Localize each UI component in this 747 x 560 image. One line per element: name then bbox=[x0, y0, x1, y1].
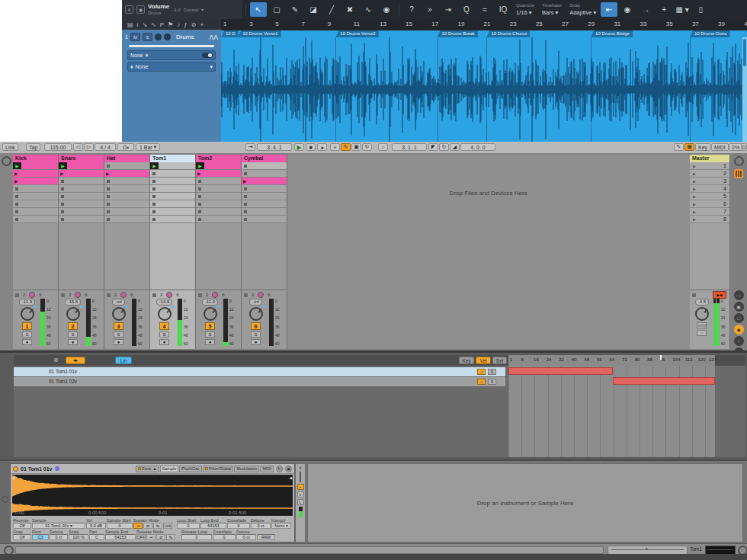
clip-slot[interactable] bbox=[242, 200, 287, 208]
scene-row[interactable]: ▶1 bbox=[690, 162, 729, 170]
sample-end-flag-icon[interactable]: ◀ bbox=[289, 475, 292, 480]
iq-icon[interactable]: IQ bbox=[495, 2, 511, 17]
volume-slider[interactable] bbox=[129, 45, 214, 47]
clip-slot[interactable] bbox=[59, 208, 104, 216]
midi-map-button[interactable]: MIDI bbox=[711, 143, 729, 151]
key-zones-button[interactable]: Key bbox=[459, 357, 474, 364]
arrangement-marker[interactable]: 10 Drums Verse1 bbox=[238, 30, 281, 37]
clip-stop-icon[interactable] bbox=[244, 172, 247, 175]
param-value[interactable]: Norm ▾ bbox=[271, 523, 291, 529]
list-icon[interactable]: ▤ bbox=[127, 21, 133, 28]
clip-stop-icon[interactable] bbox=[61, 218, 64, 221]
tab-filter-global[interactable]: Filter/Global bbox=[203, 466, 234, 472]
computer-midi-keyboard-button[interactable]: ▦ bbox=[684, 143, 694, 151]
arrangement-marker[interactable]: 10 Drums Bridge bbox=[591, 30, 633, 37]
volume-value[interactable]: -15.6 bbox=[65, 299, 82, 306]
device-drop-zone[interactable]: Drop Files and Devices Here bbox=[287, 155, 690, 349]
clip-stop-icon[interactable] bbox=[61, 187, 64, 190]
marker-lane[interactable]: 10 D10 Drums Verse110 Drums Verse210 Dru… bbox=[221, 30, 747, 37]
clip-stop-icon[interactable] bbox=[107, 210, 110, 213]
clip-stop-icon[interactable] bbox=[15, 195, 18, 198]
param-value[interactable]: 0 bbox=[181, 534, 212, 540]
mode-button[interactable]: ⇄ bbox=[143, 523, 152, 529]
pan-knob[interactable] bbox=[75, 292, 81, 298]
view-toggle-icon[interactable]: ◉ bbox=[734, 325, 744, 334]
track-stop-button[interactable] bbox=[198, 293, 202, 297]
param-value[interactable]: 64153 bbox=[105, 534, 136, 540]
stop-all-clips-button[interactable]: ▶■ bbox=[713, 291, 726, 299]
clip-slot[interactable] bbox=[196, 193, 241, 200]
pan-knob[interactable] bbox=[166, 292, 172, 298]
volume-knob[interactable] bbox=[158, 307, 172, 321]
clip-slot[interactable] bbox=[242, 185, 287, 193]
link-button[interactable]: Link bbox=[2, 143, 18, 151]
param-value[interactable]: 0 bbox=[107, 523, 133, 529]
arrow-tool-icon[interactable]: ↖ bbox=[250, 2, 267, 17]
param-value[interactable]: C bbox=[89, 534, 104, 540]
parts-icon[interactable]: P bbox=[160, 21, 164, 28]
clip-stop-icon[interactable] bbox=[198, 180, 201, 183]
io-overview-icon[interactable] bbox=[734, 156, 744, 166]
volume-knob[interactable] bbox=[112, 307, 126, 321]
clip-slot[interactable] bbox=[150, 200, 195, 208]
time-signature-field[interactable]: 4 / 4 bbox=[95, 143, 116, 151]
mode-button[interactable]: ⇥ bbox=[133, 523, 143, 529]
track-activator[interactable]: 5 bbox=[205, 322, 215, 330]
arrangement-position[interactable]: 3. 4. 1 bbox=[257, 143, 292, 151]
track-header[interactable]: Snare bbox=[59, 155, 104, 162]
pan-knob[interactable] bbox=[212, 292, 218, 298]
clip-slot[interactable] bbox=[104, 208, 149, 216]
automation-arm-button[interactable]: ▣ bbox=[351, 143, 361, 151]
clip-slot[interactable] bbox=[150, 170, 195, 178]
track-header[interactable]: Tom1 bbox=[150, 155, 195, 162]
scene-row[interactable]: ▶5 bbox=[690, 193, 729, 200]
range-tool-icon[interactable]: ▢ bbox=[268, 2, 285, 17]
clip-slot[interactable]: ▶ bbox=[13, 162, 58, 170]
clip-slot[interactable]: ▶ bbox=[242, 178, 287, 185]
scene-row[interactable]: ▶4 bbox=[690, 185, 729, 193]
clip-stop-icon[interactable] bbox=[244, 165, 247, 168]
vel-button[interactable]: v bbox=[297, 491, 304, 498]
scene-launch-icon[interactable]: ▶ bbox=[693, 171, 696, 176]
clip-slot[interactable] bbox=[104, 162, 149, 170]
scene-launch-icon[interactable]: ▶ bbox=[693, 217, 696, 222]
tab-zone[interactable]: Zone ▲ bbox=[136, 466, 159, 472]
automation-mode[interactable]: Control bbox=[184, 8, 198, 12]
track-name[interactable]: Drums bbox=[176, 34, 194, 40]
zoom-icon[interactable]: Q bbox=[458, 2, 475, 17]
snap-end-icon[interactable]: ◉ bbox=[619, 2, 636, 17]
solo-button[interactable]: S bbox=[68, 331, 78, 338]
follow-button[interactable]: ⇥ bbox=[245, 143, 255, 151]
clip-stop-icon[interactable] bbox=[61, 210, 64, 213]
clip-slot[interactable] bbox=[59, 193, 104, 200]
track-activator[interactable]: 4 bbox=[159, 322, 169, 330]
velocity-zone-bar[interactable] bbox=[613, 377, 715, 385]
snap-dropdown[interactable]: Snap Adaptive ▾ bbox=[569, 3, 596, 15]
clip-stop-icon[interactable] bbox=[15, 187, 18, 190]
crossfade-assign[interactable]: ▭▭ bbox=[697, 322, 707, 328]
clip-stop-icon[interactable] bbox=[244, 218, 247, 221]
preview-speaker-icon[interactable]: ◁ bbox=[477, 379, 486, 385]
param-value[interactable]: 0 ct bbox=[251, 523, 271, 529]
punch-out-button[interactable]: ◢ bbox=[450, 143, 460, 151]
param-value[interactable]: C3 bbox=[32, 534, 49, 540]
listen-tool-icon[interactable]: ◉ bbox=[378, 2, 395, 17]
loop-button[interactable]: ↻ bbox=[439, 143, 449, 151]
quantize-dropdown[interactable]: Quantize 1/16 ▾ bbox=[516, 3, 534, 15]
clip-stop-icon[interactable] bbox=[152, 172, 155, 175]
solo-button[interactable]: S bbox=[205, 331, 215, 338]
mixer-toggle-icon[interactable] bbox=[734, 169, 743, 178]
clip-stop-icon[interactable] bbox=[198, 203, 201, 206]
layout-grid-icon[interactable]: ▦ ▾ bbox=[674, 2, 691, 17]
clip-play-icon[interactable]: ▶ bbox=[14, 179, 18, 184]
clip-slot[interactable]: ▶ bbox=[13, 170, 58, 178]
snap-toggle-icon[interactable]: ⇤ bbox=[601, 2, 617, 17]
marker-icon[interactable]: ⚑ bbox=[168, 21, 173, 28]
clip-slot[interactable]: ▶ bbox=[13, 178, 58, 185]
clip-slot[interactable] bbox=[59, 216, 104, 223]
bend-tool-icon[interactable]: ∿ bbox=[360, 2, 377, 17]
clip-slot[interactable] bbox=[59, 178, 104, 185]
clip-slot[interactable]: ▶ bbox=[104, 170, 149, 178]
sample-start-flag-icon[interactable]: ▶ bbox=[13, 475, 16, 480]
volume-value[interactable]: -inf bbox=[249, 299, 261, 306]
